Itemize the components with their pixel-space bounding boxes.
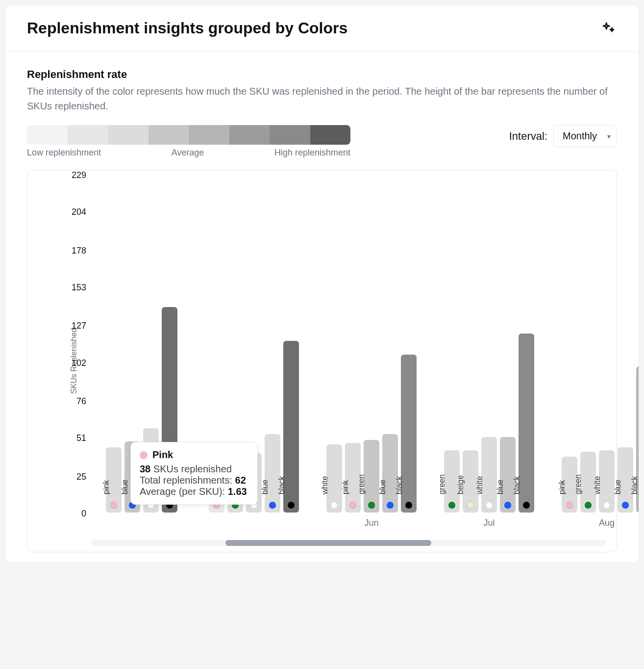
color-swatch-icon — [269, 502, 276, 509]
bar-blue[interactable]: blue — [265, 434, 280, 513]
bar-label: pink — [558, 480, 567, 494]
chevron-down-icon: ▾ — [607, 132, 611, 140]
bar-blue[interactable]: blue — [500, 437, 516, 513]
color-swatch-icon — [387, 502, 394, 509]
color-swatch-icon — [349, 502, 356, 509]
tooltip-avg-value: 1.63 — [228, 486, 247, 497]
color-swatch-icon — [523, 502, 530, 509]
color-swatch-icon — [405, 502, 412, 509]
color-swatch-icon — [331, 502, 338, 509]
section-title: Replenishment rate — [27, 68, 617, 81]
bar-label: blue — [614, 480, 622, 494]
bar-label: white — [593, 476, 602, 494]
bar-green[interactable]: green — [364, 440, 379, 513]
month-group: pinkgreenwhiteblueblackAug — [562, 366, 639, 513]
color-swatch-icon — [622, 502, 629, 509]
bar-label: white — [475, 476, 484, 494]
tooltip-color-name: Pink — [152, 449, 173, 461]
color-swatch-icon — [368, 502, 375, 509]
tooltip-skus-suffix: SKUs replenished — [150, 463, 232, 474]
bar-label: beige — [456, 475, 465, 494]
tooltip-total-label: Total replenishments: — [140, 475, 235, 486]
color-swatch-icon — [603, 502, 610, 509]
bar-label: black — [513, 476, 521, 494]
bar-black[interactable]: black — [519, 334, 534, 513]
y-tick: 204 — [62, 207, 86, 217]
y-tick: 76 — [62, 396, 86, 407]
month-label: Jul — [483, 518, 495, 528]
color-swatch-icon — [486, 502, 493, 509]
chart-tooltip: Pink 38 SKUs replenished Total replenish… — [130, 442, 258, 505]
color-swatch-icon — [504, 502, 511, 509]
tooltip-avg-label: Average (per SKU): — [140, 486, 228, 497]
bar-label: blue — [121, 480, 129, 494]
tooltip-swatch — [140, 451, 148, 459]
intensity-labels: Low replenishment Average High replenish… — [27, 148, 350, 158]
legend-row: Low replenishment Average High replenish… — [27, 125, 617, 158]
bar-label: green — [438, 474, 446, 494]
bar-label: green — [357, 474, 366, 494]
intensity-gradient — [27, 125, 350, 145]
bar-label: black — [630, 476, 639, 494]
bar-blue[interactable]: blue — [382, 434, 398, 513]
interval-control: Interval: Monthly ▾ — [509, 125, 617, 147]
y-tick: 51 — [62, 433, 86, 443]
y-tick: 25 — [62, 471, 86, 482]
chart-container: SKUs Replenished 02551761021271531782042… — [27, 170, 617, 552]
bar-black[interactable]: black — [636, 366, 639, 513]
color-swatch-icon — [288, 502, 295, 509]
bar-black[interactable]: black — [283, 341, 299, 513]
color-swatch-icon — [448, 502, 455, 509]
card-body: Replenishment rate The intensity of the … — [5, 51, 639, 562]
tooltip-skus-value: 38 — [140, 463, 150, 474]
color-swatch-icon — [110, 502, 117, 509]
bar-label: pink — [102, 480, 111, 494]
month-group: greenbeigewhiteblueblackJul — [444, 334, 534, 513]
interval-selected: Monthly — [563, 130, 597, 141]
insights-card: Replenishment insights grouped by Colors… — [5, 5, 639, 563]
legend-avg-label: Average — [172, 148, 204, 158]
card-title: Replenishment insights grouped by Colors — [27, 19, 347, 37]
bar-label: blue — [261, 480, 270, 494]
month-label: Jun — [364, 518, 378, 528]
y-tick: 0 — [62, 509, 86, 519]
bar-label: blue — [378, 480, 387, 494]
legend-low-label: Low replenishment — [27, 148, 101, 158]
bar-pink[interactable]: pink — [106, 447, 122, 513]
bar-label: green — [574, 474, 583, 494]
tooltip-total-value: 62 — [235, 475, 246, 486]
color-swatch-icon — [566, 502, 573, 509]
bar-black[interactable]: black — [401, 355, 417, 513]
color-swatch-icon — [585, 502, 592, 509]
bar-white[interactable]: white — [326, 444, 342, 513]
month-group: whitepinkgreenblueblackJun — [326, 355, 417, 513]
bar-label: black — [277, 476, 286, 494]
section-description: The intensity of the color represents ho… — [27, 84, 617, 113]
card-header: Replenishment insights grouped by Colors — [5, 5, 639, 51]
legend-high-label: High replenishment — [274, 148, 350, 158]
bar-white[interactable]: white — [481, 437, 497, 513]
y-tick: 229 — [62, 170, 86, 180]
color-swatch-icon — [467, 502, 474, 509]
interval-select[interactable]: Monthly ▾ — [553, 125, 617, 147]
bar-label: pink — [341, 480, 350, 494]
month-label: Aug — [599, 518, 615, 528]
interval-label: Interval: — [509, 130, 547, 143]
y-tick: 102 — [62, 358, 86, 368]
y-tick: 178 — [62, 245, 86, 256]
y-tick: 127 — [62, 321, 86, 331]
bar-label: white — [321, 476, 329, 494]
bar-white[interactable]: white — [599, 450, 615, 513]
ai-sparkle-icon[interactable] — [599, 20, 617, 37]
scrollbar-thumb[interactable] — [225, 540, 432, 546]
y-tick: 153 — [62, 282, 86, 292]
bar-label: black — [395, 476, 404, 494]
bar-label: blue — [496, 480, 505, 494]
horizontal-scrollbar[interactable] — [91, 540, 607, 546]
intensity-legend: Low replenishment Average High replenish… — [27, 125, 350, 158]
